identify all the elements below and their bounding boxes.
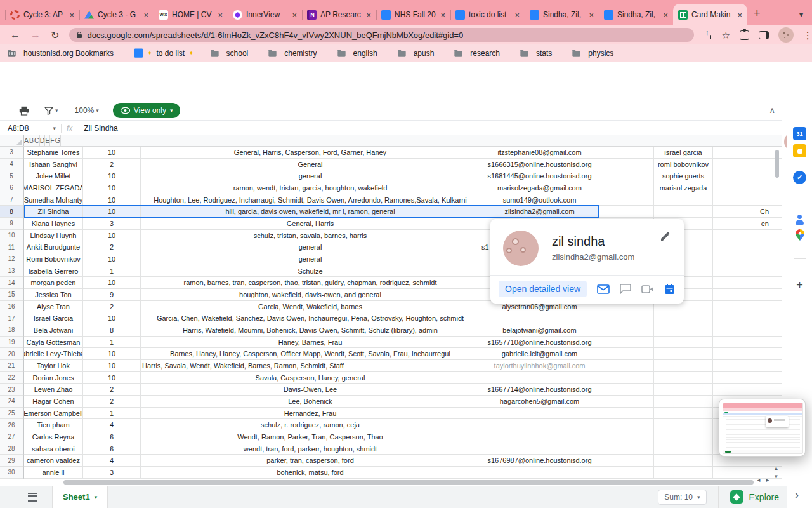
- cell-email[interactable]: [480, 431, 599, 443]
- cell-teachers[interactable]: Savala, Casperson, Haney, general: [141, 372, 480, 384]
- explore-button[interactable]: Explore: [718, 486, 779, 508]
- cell-e[interactable]: [599, 182, 654, 194]
- cell-email[interactable]: s1676987@online.houstonisd.org: [480, 455, 599, 467]
- cell-g[interactable]: [713, 372, 769, 384]
- cell-count[interactable]: 4: [83, 455, 141, 467]
- browser-tab[interactable]: Sindha, Zil, ×: [599, 4, 673, 25]
- cell-email[interactable]: s1657710@online.houstonisd.org: [480, 337, 599, 349]
- cell-teachers[interactable]: Schulze: [141, 265, 480, 277]
- cell-e[interactable]: [599, 372, 654, 384]
- column-header[interactable]: E: [45, 135, 50, 146]
- print-button[interactable]: [19, 106, 29, 116]
- cell-teachers[interactable]: schulz, r. rodriguez, ramon, ceja: [141, 419, 480, 431]
- cell-teachers[interactable]: ramon, wendt, tristan, garcia, houghton,…: [141, 182, 480, 194]
- tab-close-icon[interactable]: ×: [292, 11, 297, 19]
- cell-e[interactable]: [599, 396, 654, 408]
- cell-student-name[interactable]: MARISOL ZEGADA: [24, 182, 83, 194]
- row-number[interactable]: 23: [0, 384, 24, 396]
- cell-student-name[interactable]: Kiana Haynes: [24, 218, 83, 230]
- cell-teachers[interactable]: general: [141, 241, 480, 253]
- cell-student-name[interactable]: Romi Bobovnikov: [24, 253, 83, 265]
- cell-h[interactable]: [769, 230, 782, 242]
- cell-student-name[interactable]: Taylor Hok: [24, 360, 83, 372]
- cell-student-name[interactable]: Bela Jotwani: [24, 324, 83, 337]
- cell-count[interactable]: 3: [83, 218, 141, 230]
- tab-close-icon[interactable]: ×: [589, 11, 594, 19]
- row-number[interactable]: 7: [0, 194, 24, 206]
- chat-icon[interactable]: [620, 284, 631, 294]
- cell-email[interactable]: itzstephanie08@gmail.com: [480, 147, 599, 159]
- expand-side-panel-icon[interactable]: ›: [795, 488, 799, 502]
- cell-h[interactable]: [769, 265, 782, 277]
- cell-h[interactable]: [769, 337, 782, 349]
- cell-h[interactable]: [769, 384, 782, 396]
- cell-count[interactable]: 2: [83, 159, 141, 171]
- cell-count[interactable]: 10: [83, 230, 141, 242]
- add-addon-button[interactable]: +: [793, 279, 806, 292]
- cell-count[interactable]: 1: [83, 265, 141, 277]
- cell-f[interactable]: [654, 337, 713, 349]
- cell-student-name[interactable]: Tien pham: [24, 419, 83, 431]
- row-number[interactable]: 29: [0, 455, 24, 467]
- cell-count[interactable]: 10: [83, 194, 141, 206]
- browser-tab[interactable]: InnerView ×: [228, 4, 302, 25]
- view-only-button[interactable]: View only ▾: [113, 103, 181, 118]
- row-number[interactable]: 28: [0, 443, 24, 455]
- cell-email[interactable]: sumo149@outlook.com: [480, 194, 599, 206]
- cell-teachers[interactable]: Haney, Barnes, Frau: [141, 337, 480, 349]
- cell-e[interactable]: [599, 324, 654, 337]
- row-number[interactable]: 24: [0, 396, 24, 408]
- tasks-icon[interactable]: ✓: [793, 171, 806, 184]
- cell-teachers[interactable]: houghton, wakefield, davis-owen, and gen…: [141, 289, 480, 301]
- cell-g[interactable]: [713, 324, 769, 337]
- cell-count[interactable]: 10: [83, 170, 141, 182]
- cell-email[interactable]: belajotwani@gmail.com: [480, 324, 599, 337]
- row-number[interactable]: 18: [0, 324, 24, 337]
- cell-teachers[interactable]: hill, garcia, davis owen, wakefield, mr …: [141, 206, 480, 218]
- cell-count[interactable]: 2: [83, 396, 141, 408]
- cell-teachers[interactable]: schulz, tristan, savala, barnes, harris: [141, 230, 480, 242]
- cell-email[interactable]: s1681445@online.houstonisd.org: [480, 170, 599, 182]
- cell-count[interactable]: 2: [83, 301, 141, 313]
- cell-student-name[interactable]: Alyse Tran: [24, 301, 83, 313]
- cell-f[interactable]: [654, 396, 713, 408]
- row-number[interactable]: 15: [0, 289, 24, 301]
- cell-email[interactable]: [480, 408, 599, 420]
- keep-icon[interactable]: [793, 144, 806, 157]
- contacts-icon[interactable]: [793, 213, 806, 227]
- cell-g[interactable]: [713, 384, 769, 396]
- cell-count[interactable]: 10: [83, 360, 141, 372]
- cell-h[interactable]: [769, 348, 782, 360]
- row-number[interactable]: 6: [0, 182, 24, 194]
- cell-count[interactable]: 10: [83, 253, 141, 265]
- bookmark-item[interactable]: research: [454, 49, 504, 58]
- row-number[interactable]: 8: [0, 206, 24, 218]
- browser-tab[interactable]: HOME | CV ×: [154, 4, 228, 25]
- cell-f[interactable]: [654, 384, 713, 396]
- side-panel-toggle-icon[interactable]: [759, 31, 769, 39]
- cell-g[interactable]: [713, 348, 769, 360]
- cell-student-name[interactable]: Zil Sindha: [24, 206, 83, 218]
- bookmark-item[interactable]: houstonisd.org Bookmarks: [8, 49, 117, 58]
- cell-e[interactable]: [599, 360, 654, 372]
- share-page-icon[interactable]: [703, 30, 712, 39]
- tab-close-icon[interactable]: ×: [69, 11, 74, 19]
- browser-tab[interactable]: Sindha, Zil, ×: [525, 4, 599, 25]
- cell-h[interactable]: [769, 372, 782, 384]
- url-bar[interactable]: docs.google.com/spreadsheets/d/1-6lmHoZk…: [69, 28, 694, 42]
- row-number[interactable]: 14: [0, 277, 24, 289]
- cell-count[interactable]: 1: [83, 337, 141, 349]
- cell-student-name[interactable]: Jolee Millet: [24, 170, 83, 182]
- cell-f[interactable]: [654, 372, 713, 384]
- cell-teachers[interactable]: Hernandez, Frau: [141, 408, 480, 420]
- bookmark-item[interactable]: ✦ to do list ✦: [134, 48, 193, 58]
- cell-count[interactable]: 9: [83, 289, 141, 301]
- row-number[interactable]: 13: [0, 265, 24, 277]
- reload-button[interactable]: ↻: [51, 29, 59, 41]
- cell-g[interactable]: [713, 147, 769, 159]
- cell-count[interactable]: 10: [83, 182, 141, 194]
- browser-tab[interactable]: toxic do list ×: [450, 4, 525, 25]
- bookmark-item[interactable]: apush: [398, 49, 438, 58]
- cell-student-name[interactable]: Ankit Burudgunte: [24, 241, 83, 253]
- column-header-partial[interactable]: [61, 135, 73, 146]
